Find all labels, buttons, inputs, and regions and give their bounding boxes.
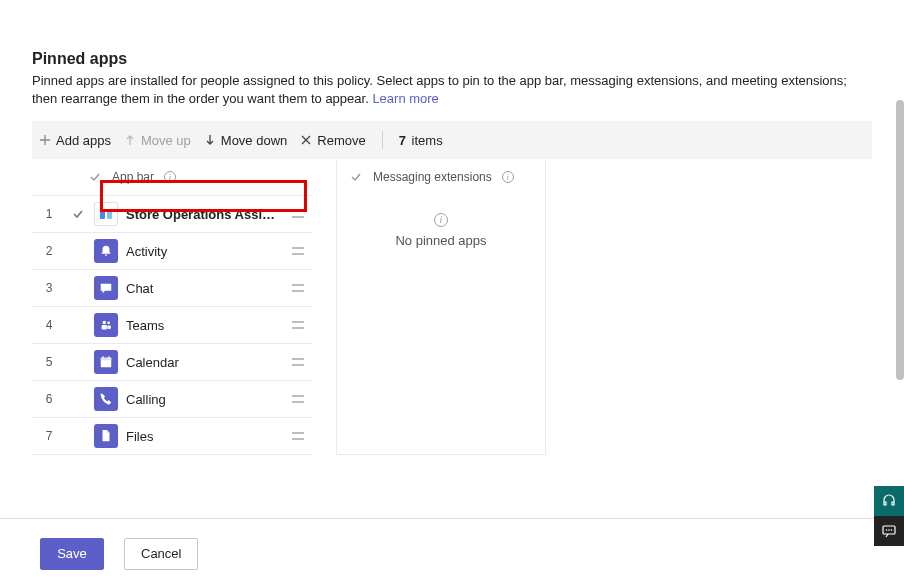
remove-label: Remove xyxy=(317,133,365,148)
svg-point-27 xyxy=(891,529,893,531)
drag-handle-icon[interactable] xyxy=(284,431,312,441)
plus-icon xyxy=(38,133,52,147)
app-row[interactable]: 7Files xyxy=(32,418,312,455)
row-order: 4 xyxy=(32,318,66,332)
scrollbar-thumb[interactable] xyxy=(896,100,904,380)
svg-point-8 xyxy=(103,321,107,325)
row-order: 6 xyxy=(32,392,66,406)
app-name: Store Operations Assist T… xyxy=(126,207,284,222)
svg-point-9 xyxy=(107,322,110,325)
svg-rect-1 xyxy=(107,209,112,219)
app-row[interactable]: 6Calling xyxy=(32,381,312,418)
info-icon[interactable]: i xyxy=(164,171,176,183)
store-ops-icon xyxy=(94,202,118,226)
app-row[interactable]: 4Teams xyxy=(32,307,312,344)
messaging-empty-state: i No pinned apps xyxy=(337,195,545,276)
svg-rect-17 xyxy=(108,356,109,359)
teams-icon xyxy=(94,313,118,337)
row-order: 1 xyxy=(32,207,66,221)
drag-handle-icon[interactable] xyxy=(284,320,312,330)
svg-rect-16 xyxy=(103,356,104,359)
side-action-buttons xyxy=(874,486,904,546)
remove-button[interactable]: Remove xyxy=(299,133,365,148)
calendar-icon xyxy=(94,350,118,374)
phone-icon xyxy=(94,387,118,411)
chat-icon xyxy=(94,276,118,300)
help-button[interactable] xyxy=(874,486,904,516)
file-icon xyxy=(94,424,118,448)
app-row[interactable]: 3Chat xyxy=(32,270,312,307)
svg-rect-0 xyxy=(100,209,105,219)
app-row[interactable]: 2Activity xyxy=(32,233,312,270)
save-button[interactable]: Save xyxy=(40,538,104,570)
drag-handle-icon[interactable] xyxy=(284,357,312,367)
feedback-icon xyxy=(881,523,897,539)
info-icon: i xyxy=(434,213,448,227)
app-name: Calling xyxy=(126,392,284,407)
app-name: Files xyxy=(126,429,284,444)
messaging-empty-text: No pinned apps xyxy=(337,233,545,248)
items-count-label: items xyxy=(412,133,443,148)
add-apps-label: Add apps xyxy=(56,133,111,148)
svg-rect-15 xyxy=(101,358,112,361)
pinned-apps-toolbar: Add apps Move up Move down Remove 7 item… xyxy=(32,121,872,159)
toolbar-divider xyxy=(382,131,383,149)
move-up-button[interactable]: Move up xyxy=(123,133,191,148)
app-name: Teams xyxy=(126,318,284,333)
app-bar-list: 1Store Operations Assist T…2Activity3Cha… xyxy=(32,195,312,455)
messaging-header-label: Messaging extensions xyxy=(373,170,492,184)
section-description-text: Pinned apps are installed for people ass… xyxy=(32,73,847,106)
app-row[interactable]: 1Store Operations Assist T… xyxy=(32,196,312,233)
select-all-checkbox[interactable] xyxy=(349,170,363,184)
feedback-button[interactable] xyxy=(874,516,904,546)
svg-rect-10 xyxy=(102,325,107,329)
move-down-button[interactable]: Move down xyxy=(203,133,287,148)
drag-handle-icon[interactable] xyxy=(284,394,312,404)
headset-icon xyxy=(881,493,897,509)
row-order: 5 xyxy=(32,355,66,369)
select-all-checkbox[interactable] xyxy=(88,170,102,184)
row-order: 3 xyxy=(32,281,66,295)
app-name: Activity xyxy=(126,244,284,259)
items-count-number: 7 xyxy=(399,133,406,148)
app-bar-column: App bar i 1Store Operations Assist T…2Ac… xyxy=(32,159,312,455)
cancel-button[interactable]: Cancel xyxy=(124,538,198,570)
svg-point-26 xyxy=(888,529,890,531)
move-up-label: Move up xyxy=(141,133,191,148)
app-name: Calendar xyxy=(126,355,284,370)
arrow-down-icon xyxy=(203,133,217,147)
messaging-extensions-column: Messaging extensions i i No pinned apps xyxy=(336,159,546,455)
row-checkbox[interactable] xyxy=(66,208,90,220)
bell-icon xyxy=(94,239,118,263)
app-name: Chat xyxy=(126,281,284,296)
section-description: Pinned apps are installed for people ass… xyxy=(32,72,872,107)
messaging-column-header: Messaging extensions i xyxy=(337,159,545,195)
add-apps-button[interactable]: Add apps xyxy=(38,133,111,148)
app-row[interactable]: 5Calendar xyxy=(32,344,312,381)
app-bar-column-header: App bar i xyxy=(32,159,312,195)
app-bar-header-label: App bar xyxy=(112,170,154,184)
drag-handle-icon[interactable] xyxy=(284,283,312,293)
move-down-label: Move down xyxy=(221,133,287,148)
drag-handle-icon[interactable] xyxy=(284,209,312,219)
svg-point-25 xyxy=(886,529,888,531)
svg-rect-11 xyxy=(107,326,111,330)
items-count: 7 items xyxy=(399,133,443,148)
scrollbar-track xyxy=(896,100,904,488)
learn-more-link[interactable]: Learn more xyxy=(372,91,438,106)
drag-handle-icon[interactable] xyxy=(284,246,312,256)
section-title: Pinned apps xyxy=(32,50,872,68)
footer-bar: Save Cancel xyxy=(0,518,904,588)
arrow-up-icon xyxy=(123,133,137,147)
row-order: 2 xyxy=(32,244,66,258)
close-icon xyxy=(299,133,313,147)
row-order: 7 xyxy=(32,429,66,443)
info-icon[interactable]: i xyxy=(502,171,514,183)
